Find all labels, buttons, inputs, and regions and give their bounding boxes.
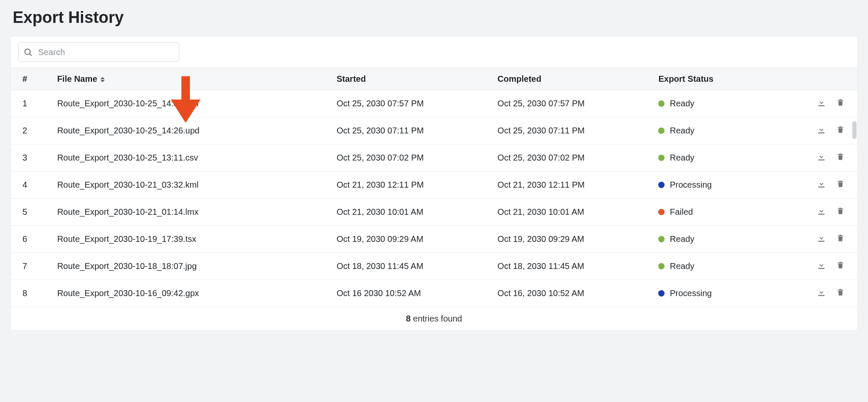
col-header-completed[interactable]: Completed	[493, 68, 654, 90]
row-started: Oct 21, 2030 10:01 AM	[332, 199, 493, 226]
trash-icon[interactable]	[836, 261, 845, 270]
row-status: Ready	[654, 253, 773, 280]
row-completed: Oct 25, 2030 07:57 PM	[493, 90, 654, 117]
download-icon[interactable]	[817, 98, 826, 107]
row-status: Ready	[654, 144, 773, 172]
svg-rect-5	[818, 186, 825, 187]
table-row: 4Route_Export_2030-10-21_03:32.kmlOct 21…	[11, 172, 857, 199]
svg-line-1	[30, 54, 31, 55]
row-index: 6	[11, 226, 53, 253]
trash-icon[interactable]	[836, 152, 845, 161]
row-actions	[773, 90, 857, 117]
row-filename: Route_Export_2030-10-16_09:42.gpx	[53, 280, 332, 307]
row-status: Ready	[654, 117, 773, 144]
row-completed: Oct 18, 2030 11:45 AM	[493, 253, 654, 280]
row-filename: Route_Export_2030-10-25_13:11.csv	[53, 144, 332, 172]
status-dot-icon	[658, 182, 665, 188]
entries-count-suffix: entries found	[411, 314, 462, 323]
row-completed: Oct 21, 2030 10:01 AM	[493, 199, 654, 226]
svg-rect-3	[818, 132, 825, 133]
table-row: 2Route_Export_2030-10-25_14:26.updOct 25…	[11, 117, 857, 144]
status-label: Ready	[670, 153, 694, 163]
row-index: 7	[11, 253, 53, 280]
row-filename: Route_Export_2030-10-18_18:07.jpg	[53, 253, 332, 280]
export-table: # File Name Started Completed Export Sta…	[11, 68, 857, 307]
row-actions	[773, 199, 857, 226]
row-status: Processing	[654, 172, 773, 199]
search-icon	[23, 47, 33, 57]
status-dot-icon	[658, 209, 665, 215]
status-label: Ready	[670, 99, 694, 108]
col-header-actions	[773, 68, 857, 90]
row-status: Ready	[654, 90, 773, 117]
col-header-index[interactable]: #	[11, 68, 53, 90]
status-dot-icon	[658, 290, 665, 297]
entries-count: 8 entries found	[11, 307, 857, 330]
trash-icon[interactable]	[836, 179, 845, 189]
svg-rect-2	[818, 105, 825, 106]
table-row: 1Route_Export_2030-10-25_14:52.xmlOct 25…	[11, 90, 857, 117]
col-header-status[interactable]: Export Status	[654, 68, 773, 90]
row-completed: Oct 21, 2030 12:11 PM	[493, 172, 654, 199]
svg-rect-8	[818, 268, 825, 269]
row-filename: Route_Export_2030-10-25_14:26.upd	[53, 117, 332, 144]
row-index: 2	[11, 117, 53, 144]
trash-icon[interactable]	[836, 233, 845, 243]
status-label: Ready	[670, 261, 694, 271]
row-filename: Route_Export_2030-10-21_01:14.lmx	[53, 199, 332, 226]
trash-icon[interactable]	[836, 206, 845, 216]
row-actions	[773, 172, 857, 199]
search-input[interactable]	[18, 42, 179, 62]
col-header-filename[interactable]: File Name	[53, 68, 332, 90]
row-started: Oct 16 2030 10:52 AM	[332, 280, 493, 307]
download-icon[interactable]	[817, 261, 826, 270]
col-header-started[interactable]: Started	[332, 68, 493, 90]
export-history-card: # File Name Started Completed Export Sta…	[10, 36, 858, 331]
row-status: Processing	[654, 280, 773, 307]
trash-icon[interactable]	[836, 288, 845, 297]
download-icon[interactable]	[817, 179, 826, 189]
row-index: 5	[11, 199, 53, 226]
row-filename: Route_Export_2030-10-21_03:32.kml	[53, 172, 332, 199]
row-started: Oct 25, 2030 07:02 PM	[332, 144, 493, 172]
table-row: 8Route_Export_2030-10-16_09:42.gpxOct 16…	[11, 280, 857, 307]
row-actions	[773, 226, 857, 253]
trash-icon[interactable]	[836, 125, 845, 134]
status-label: Ready	[670, 126, 694, 136]
status-dot-icon	[658, 263, 665, 269]
row-started: Oct 19, 2030 09:29 AM	[332, 226, 493, 253]
row-started: Oct 25, 2030 07:57 PM	[332, 90, 493, 117]
row-status: Failed	[654, 199, 773, 226]
status-dot-icon	[658, 100, 665, 107]
download-icon[interactable]	[817, 206, 826, 216]
row-actions	[773, 117, 857, 144]
row-status: Ready	[654, 226, 773, 253]
row-actions	[773, 144, 857, 172]
svg-rect-6	[818, 213, 825, 214]
scrollbar-thumb[interactable]	[852, 121, 857, 139]
row-completed: Oct 25, 2030 07:11 PM	[493, 117, 654, 144]
svg-rect-7	[818, 241, 825, 241]
table-row: 7Route_Export_2030-10-18_18:07.jpgOct 18…	[11, 253, 857, 280]
download-icon[interactable]	[817, 288, 826, 297]
entries-count-number: 8	[406, 314, 411, 323]
status-dot-icon	[658, 128, 665, 134]
svg-rect-9	[818, 295, 825, 296]
row-filename: Route_Export_2030-10-25_14:52.xml	[53, 90, 332, 117]
row-started: Oct 25, 2030 07:11 PM	[332, 117, 493, 144]
download-icon[interactable]	[817, 125, 826, 134]
status-label: Ready	[670, 234, 694, 244]
row-actions	[773, 280, 857, 307]
status-label: Processing	[670, 180, 712, 190]
download-icon[interactable]	[817, 233, 826, 243]
row-actions	[773, 253, 857, 280]
download-icon[interactable]	[817, 152, 826, 161]
row-completed: Oct 16, 2030 10:52 AM	[493, 280, 654, 307]
row-started: Oct 21, 2030 12:11 PM	[332, 172, 493, 199]
table-row: 5Route_Export_2030-10-21_01:14.lmxOct 21…	[11, 199, 857, 226]
status-dot-icon	[658, 236, 665, 242]
trash-icon[interactable]	[836, 98, 845, 107]
row-index: 8	[11, 280, 53, 307]
row-index: 1	[11, 90, 53, 117]
col-header-filename-label: File Name	[57, 74, 97, 83]
